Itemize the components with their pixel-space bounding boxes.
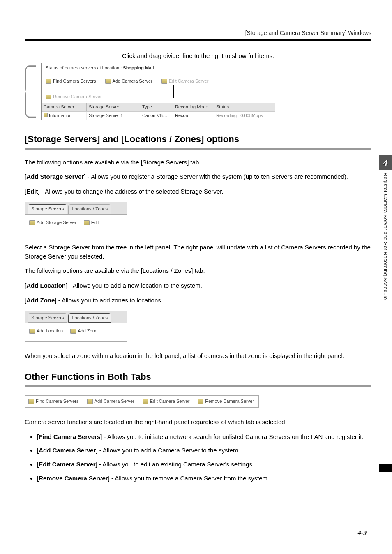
add-location-btn-label: Add Location: [37, 328, 63, 335]
search-icon: [28, 399, 34, 404]
p-add-storage: [Add Storage Server] - Allows you to reg…: [25, 172, 371, 181]
server-add-icon: [29, 220, 35, 225]
add-storage-server-button[interactable]: Add Storage Server: [29, 219, 76, 226]
tab-storage-servers[interactable]: Storage Servers: [28, 204, 67, 214]
section-heading-storage-locations: [Storage Servers] and [Locations / Zones…: [25, 133, 371, 146]
figure-storage-servers-tab: Storage Servers Locations / Zones Add St…: [25, 202, 127, 233]
add-location-button[interactable]: Add Location: [29, 328, 63, 335]
edit-desc: ] - Allows you to change the address of …: [38, 188, 224, 195]
list-item: [Find Camera Servers] - Allows you to in…: [37, 432, 371, 441]
add-camera-server-button[interactable]: Add Camera Server: [105, 78, 152, 85]
edit-label-2: Edit Camera Server: [150, 398, 190, 405]
divider-cursor[interactable]: [173, 85, 174, 98]
running-header: [Storage and Camera Server Summary] Wind…: [25, 29, 371, 37]
camera-edit-icon: [161, 79, 167, 84]
remove-label: Remove Camera Server: [205, 398, 254, 405]
p-select-storage: Select a Storage Server from the tree in…: [25, 243, 371, 261]
list-item: [Remove Camera Server] - Allows you to r…: [37, 474, 371, 483]
add-zone-btn-label: Add Zone: [78, 328, 97, 335]
section-underline: [25, 148, 371, 150]
find-camera-servers-button-2[interactable]: Find Camera Servers: [28, 398, 79, 405]
edit-camera-server-button: Edit Camera Server: [161, 78, 209, 85]
figure-locations-zones-tab: Storage Servers Locations / Zones Add Lo…: [25, 311, 127, 342]
edit-camera-server-label: Edit Camera Server: [169, 78, 209, 85]
add-label: Add Camera Server: [95, 398, 134, 405]
find-camera-servers-desc: ] - Allows you to initiate a network sea…: [100, 433, 363, 440]
camera-add-icon: [87, 399, 93, 404]
col-status[interactable]: Status: [214, 103, 275, 111]
add-storage-server-desc: ] - Allows you to register a Storage Ser…: [84, 173, 348, 180]
col-type[interactable]: Type: [140, 103, 173, 111]
list-item: [Edit Camera Server] - Allows you to edi…: [37, 460, 371, 469]
edit-camera-server-button-2[interactable]: Edit Camera Server: [143, 398, 190, 405]
figure-camera-server-grid: Status of camera servers at Location : S…: [41, 63, 275, 120]
col-recording-mode[interactable]: Recording Mode: [173, 103, 214, 111]
table-row[interactable]: Information Storage Server 1 Canon VB… R…: [42, 111, 275, 120]
section-underline-2: [25, 385, 371, 387]
find-camera-servers-term: Find Camera Servers: [39, 433, 100, 440]
p-add-location: [Add Location] - Allows you to add a new…: [25, 281, 371, 290]
p-add-zone: [Add Zone] - Allows you to add zones to …: [25, 296, 371, 305]
add-camera-server-button-2[interactable]: Add Camera Server: [87, 398, 134, 405]
bracket-icon: [25, 65, 37, 118]
search-icon: [46, 79, 51, 84]
col-storage-server[interactable]: Storage Server: [87, 103, 140, 111]
tab-locations-zones-2[interactable]: Locations / Zones: [68, 313, 111, 323]
edit-camera-server-term: Edit Camera Server: [39, 461, 95, 468]
find-camera-servers-button[interactable]: Find Camera Servers: [46, 78, 96, 85]
remove-camera-server-term: Remove Camera Server: [39, 475, 108, 482]
remove-camera-server-label: Remove Camera Server: [53, 94, 102, 100]
add-camera-server-desc: ] - Allows you to add a Camera Server to…: [96, 447, 240, 454]
tab-locations-zones[interactable]: Locations / Zones: [68, 204, 111, 214]
camera-icon: [44, 113, 48, 117]
find-camera-servers-label: Find Camera Servers: [53, 78, 96, 85]
folder-zone-icon: [70, 329, 76, 334]
cell-camera-server: Information: [49, 113, 71, 118]
cell-storage-server: Storage Server 1: [87, 112, 140, 120]
p-zone-select: When you select a zone within a location…: [25, 351, 371, 360]
camera-remove-icon: [198, 399, 203, 404]
header-rule: [25, 39, 371, 41]
p-other-intro: Camera server functions are located on t…: [25, 418, 371, 427]
find-label: Find Camera Servers: [36, 398, 79, 405]
cell-status: Recording : 0.008Mbps: [214, 112, 275, 120]
edit-icon: [84, 220, 90, 225]
add-zone-button[interactable]: Add Zone: [70, 328, 97, 335]
list-item: [Add Camera Server] - Allows you to add …: [37, 446, 371, 455]
edit-term: Edit: [26, 188, 38, 195]
edit-camera-server-desc: ] - Allows you to edit an existing Camer…: [96, 461, 254, 468]
remove-camera-server-button: Remove Camera Server: [46, 94, 102, 100]
status-location: Shopping Mall: [123, 65, 154, 70]
add-camera-server-label: Add Camera Server: [113, 78, 152, 85]
add-zone-term: Add Zone: [26, 297, 55, 304]
grid-header: Camera Server Storage Server Type Record…: [42, 103, 275, 111]
p-edit: [Edit] - Allows you to change the addres…: [25, 187, 371, 196]
tab-storage-servers-2[interactable]: Storage Servers: [28, 313, 67, 323]
camera-add-icon: [105, 79, 111, 84]
cell-recording-mode: Record: [173, 112, 214, 120]
p-storage-intro: The following options are available via …: [25, 158, 371, 167]
add-storage-server-btn-label: Add Storage Server: [37, 219, 76, 226]
remove-camera-server-button-2[interactable]: Remove Camera Server: [198, 398, 254, 405]
p-locations-intro: The following options are available via …: [25, 266, 371, 275]
add-camera-server-term: Add Camera Server: [39, 447, 96, 454]
add-location-desc: ] - Allows you to add a new location to …: [66, 282, 202, 289]
figure-camera-toolbar: Find Camera Servers Add Camera Server Ed…: [25, 395, 259, 408]
cell-type: Canon VB…: [140, 112, 173, 120]
function-list: [Find Camera Servers] - Allows you to in…: [37, 432, 371, 483]
add-storage-server-term: Add Storage Server: [26, 173, 84, 180]
status-line-prefix: Status of camera servers at Location :: [46, 65, 123, 70]
col-camera-server[interactable]: Camera Server: [42, 103, 87, 111]
edit-button[interactable]: Edit: [84, 219, 99, 226]
camera-edit-icon: [143, 399, 148, 404]
add-zone-desc: ] - Allows you to add zones to locations…: [55, 297, 163, 304]
edit-btn-label: Edit: [91, 219, 99, 226]
page-number: 4-9: [358, 528, 367, 538]
folder-add-icon: [29, 329, 35, 334]
figure1-caption: Click and drag divider line to the right…: [25, 51, 371, 60]
add-location-term: Add Location: [26, 282, 66, 289]
section-heading-other-functions: Other Functions in Both Tabs: [25, 370, 371, 383]
remove-camera-server-desc: ] - Allows you to remove a Camera Server…: [108, 475, 270, 482]
camera-remove-icon: [46, 95, 51, 99]
